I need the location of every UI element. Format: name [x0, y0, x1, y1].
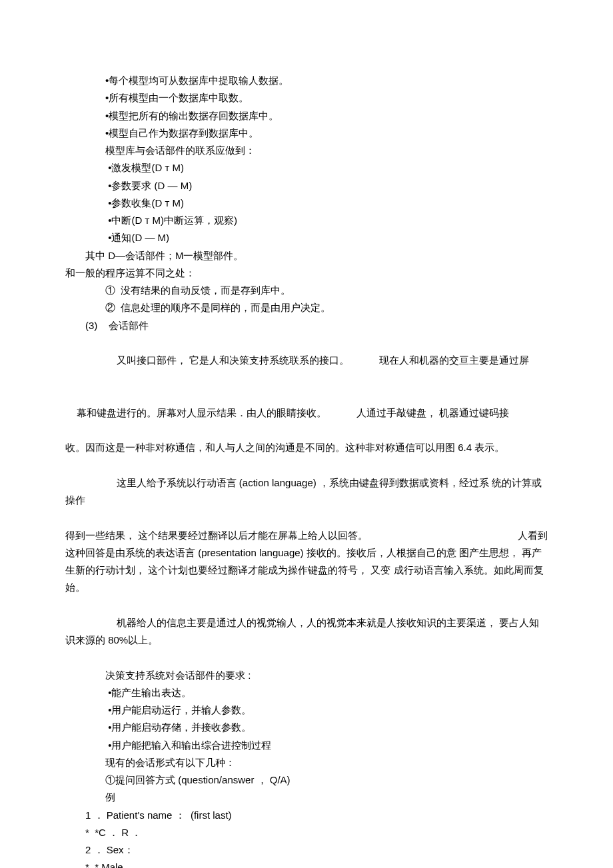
text: 幕和键盘进行的。屏幕对人显示结果．由人的眼睛接收。	[77, 407, 326, 418]
qa-line: 1 ． Patient's name ： (first last)	[65, 807, 548, 824]
paragraph-line: 得到一些结果， 这个结果要经过翻译以后才能在屏幕上给人以回答。 人看到	[65, 527, 548, 544]
text: 现在人和机器的交亘主要是通过屏	[379, 354, 529, 366]
dm-bullet: •激发模型(D т M)	[65, 159, 548, 177]
paragraph-line: 这种回答是由系统的表达语言 (presentation language) 接收…	[65, 544, 548, 597]
dm-bullet: •通知(D — M)	[65, 229, 548, 246]
paragraph-line: 幕和键盘进行的。屏幕对人显示结果．由人的眼睛接收。人通过手敲键盘， 机器通过键码…	[65, 387, 548, 440]
req-point: •用户能把输入和输出综合进控制过程	[65, 737, 548, 754]
diff-point: ② 信息处理的顺序不是同样的，而是由用户决定。	[65, 299, 548, 316]
req-point: •能产生输出表达。	[65, 684, 548, 701]
section-3-label: (3) 会话部件	[65, 317, 548, 334]
db-bullet: •所有模型由一个数据库中取数。	[65, 89, 548, 107]
form-heading: 现有的会话形式有以下几种：	[65, 754, 548, 771]
db-bullet: •模型把所有的输出数据存回数据库中。	[65, 107, 548, 125]
dm-bullet: •参数要求 (D — M)	[65, 177, 548, 195]
req-heading: 决策支持系统对会话部件的要求 :	[65, 667, 548, 684]
paragraph-line: 机器给人的信息主要是通过人的视觉输人，人的视觉本来就是人接收知识的主要渠道， 要…	[65, 597, 548, 667]
req-point: •用户能启动存储，并接收参数。	[65, 719, 548, 736]
text: 人通过手敲键盘， 机器通过键码接	[356, 407, 509, 418]
text: 人看到	[518, 527, 548, 544]
text: 机器给人的信息主要是通过人的视觉输人，人的视觉本来就是人接收知识的主要渠道， 要…	[65, 617, 539, 646]
db-bullet: •每个模型均可从数据库中提取输人数据。	[65, 72, 548, 89]
example-label: 例	[65, 789, 548, 806]
document-page: •每个模型均可从数据库中提取输人数据。 •所有模型由一个数据库中取数。 •模型把…	[0, 0, 613, 868]
model-dialog-heading: 模型库与会话部件的联系应做到：	[65, 142, 548, 159]
diff-point: ① 没有结果的自动反馈，而是存到库中。	[65, 282, 548, 299]
paragraph-line: 收。因而这是一种非对称通信，和人与人之间的沟通是不同的。这种非对称通信可以用图 …	[65, 439, 548, 456]
dm-bullet: •参数收集(D т M)	[65, 195, 548, 212]
qa-line: 2 ． Sex：	[65, 841, 548, 859]
text: 这里人给予系统以行动语言 (action language) ，系统由键盘得到数…	[65, 477, 542, 506]
diff-heading: 和一般的程序运算不同之处：	[65, 264, 548, 282]
paragraph-line: 这里人给予系统以行动语言 (action language) ，系统由键盘得到数…	[65, 457, 548, 527]
db-bullet: •模型自己作为数据存到数据库中。	[65, 125, 548, 142]
paragraph-line: 又叫接口部件， 它是人和决策支持系统联系的接口。现在人和机器的交亘主要是通过屏	[65, 334, 548, 387]
qa-line: * *C ． R ．	[65, 824, 548, 841]
text: 又叫接口部件， 它是人和决策支持系统联系的接口。	[117, 354, 349, 366]
dm-bullet: •中断(D т M)中断运算，观察)	[65, 212, 548, 229]
text: 得到一些结果， 这个结果要经过翻译以后才能在屏幕上给人以回答。	[65, 527, 368, 544]
form-1: ①提问回答方式 (question/answer ， Q/A)	[65, 771, 548, 789]
req-point: •用户能启动运行，并输人参数。	[65, 701, 548, 719]
dm-note: 其中 D—会话部件；M一模型部件。	[65, 247, 548, 264]
qa-line: * * Male	[65, 859, 548, 868]
